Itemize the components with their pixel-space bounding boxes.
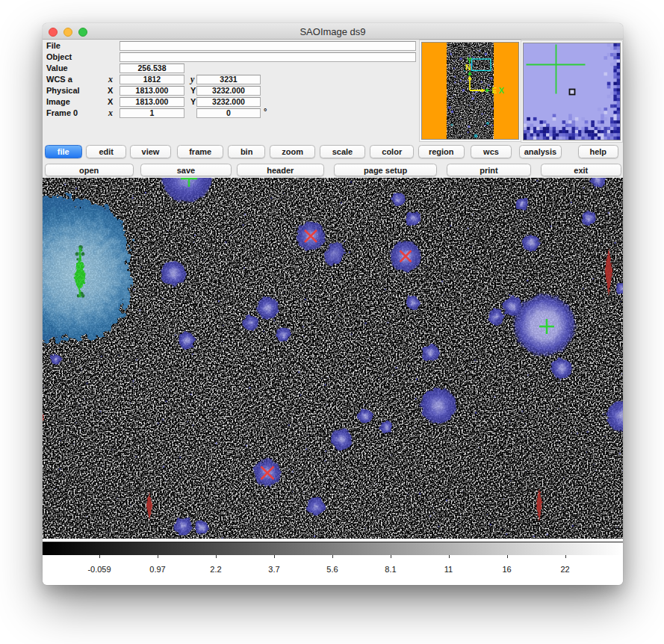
- svg-text:N: N: [465, 64, 471, 72]
- svg-text:E: E: [492, 87, 497, 95]
- svg-text:X: X: [499, 86, 505, 95]
